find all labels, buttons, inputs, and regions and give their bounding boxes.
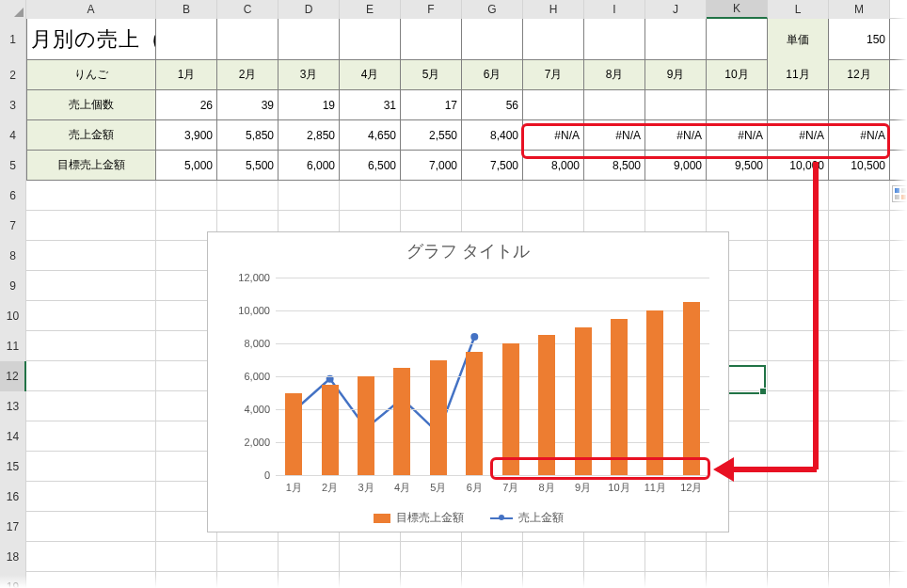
target-5[interactable]: 7,000	[401, 151, 462, 180]
units-4[interactable]: 31	[340, 90, 401, 119]
col-header-L[interactable]: L	[768, 0, 829, 19]
row-header-10[interactable]: 10	[0, 301, 26, 331]
row-header-1[interactable]: 1	[0, 19, 26, 60]
row-header-17[interactable]: 17	[0, 512, 26, 542]
col-header-B[interactable]: B	[156, 0, 217, 19]
month-header-1[interactable]: 1月	[156, 60, 217, 89]
cell-D1[interactable]	[278, 19, 340, 60]
quick-analysis-icon[interactable]	[892, 185, 907, 202]
row-header-12[interactable]: 12	[0, 361, 26, 391]
cell-A6[interactable]	[26, 181, 156, 210]
target-8[interactable]: 8,500	[584, 151, 645, 180]
row-header-4[interactable]: 4	[0, 120, 26, 151]
product-header[interactable]: りんご	[26, 60, 156, 89]
cell-E1[interactable]	[340, 19, 401, 60]
units-11[interactable]	[768, 90, 829, 119]
units-label[interactable]: 売上個数	[26, 90, 156, 119]
col-header-H[interactable]: H	[523, 0, 584, 19]
row-header-15[interactable]: 15	[0, 452, 26, 482]
target-2[interactable]: 5,500	[217, 151, 278, 180]
unitprice-value[interactable]: 150	[829, 19, 890, 60]
units-6[interactable]: 56	[462, 90, 523, 119]
sales-4[interactable]: 4,650	[340, 120, 401, 150]
sales-9[interactable]: #N/A	[645, 120, 707, 150]
row-header-11[interactable]: 11	[0, 331, 26, 361]
select-all-corner[interactable]	[0, 0, 26, 19]
sales-12[interactable]: #N/A	[829, 120, 890, 150]
target-6[interactable]: 7,500	[462, 151, 523, 180]
cell-B1[interactable]	[156, 19, 217, 60]
row-header-8[interactable]: 8	[0, 241, 26, 271]
units-9[interactable]	[645, 90, 707, 119]
units-12[interactable]	[829, 90, 890, 119]
row-header-18[interactable]: 18	[0, 542, 26, 572]
col-header-M[interactable]: M	[829, 0, 890, 19]
row-header-5[interactable]: 5	[0, 151, 26, 181]
sales-5[interactable]: 2,550	[401, 120, 462, 150]
col-header-F[interactable]: F	[401, 0, 462, 19]
sales-6[interactable]: 8,400	[462, 120, 523, 150]
target-label[interactable]: 目標売上金額	[26, 151, 156, 180]
month-header-10[interactable]: 10月	[707, 60, 768, 89]
col-header-D[interactable]: D	[278, 0, 340, 19]
units-5[interactable]: 17	[401, 90, 462, 119]
row-header-9[interactable]: 9	[0, 271, 26, 301]
target-4[interactable]: 6,500	[340, 151, 401, 180]
sales-2[interactable]: 5,850	[217, 120, 278, 150]
target-3[interactable]: 6,000	[278, 151, 340, 180]
cell-I1[interactable]	[584, 19, 645, 60]
sales-8[interactable]: #N/A	[584, 120, 645, 150]
title-cell[interactable]: 月別の売上（個数）	[26, 19, 156, 60]
units-10[interactable]	[707, 90, 768, 119]
sales-10[interactable]: #N/A	[707, 120, 768, 150]
target-9[interactable]: 9,000	[645, 151, 707, 180]
month-header-12[interactable]: 12月	[829, 60, 890, 89]
col-header-G[interactable]: G	[462, 0, 523, 19]
col-header-J[interactable]: J	[645, 0, 707, 19]
row-header-2[interactable]: 2	[0, 60, 26, 90]
units-2[interactable]: 39	[217, 90, 278, 119]
target-1[interactable]: 5,000	[156, 151, 217, 180]
month-header-2[interactable]: 2月	[217, 60, 278, 89]
month-header-5[interactable]: 5月	[401, 60, 462, 89]
sales-3[interactable]: 2,850	[278, 120, 340, 150]
sales-1[interactable]: 3,900	[156, 120, 217, 150]
target-7[interactable]: 8,000	[523, 151, 584, 180]
month-header-9[interactable]: 9月	[645, 60, 707, 89]
unitprice-label[interactable]: 単価	[768, 19, 829, 60]
col-header-E[interactable]: E	[340, 0, 401, 19]
row-header-7[interactable]: 7	[0, 211, 26, 241]
target-10[interactable]: 9,500	[707, 151, 768, 180]
units-1[interactable]: 26	[156, 90, 217, 119]
col-header-A[interactable]: A	[26, 0, 156, 19]
month-header-7[interactable]: 7月	[523, 60, 584, 89]
chart-object[interactable]: グラフ タイトル 02,0004,0006,0008,00010,00012,0…	[207, 231, 729, 532]
cell-F1[interactable]	[401, 19, 462, 60]
target-11[interactable]: 10,000	[768, 151, 829, 180]
row-header-14[interactable]: 14	[0, 421, 26, 452]
col-header-I[interactable]: I	[584, 0, 645, 19]
month-header-11[interactable]: 11月	[768, 60, 829, 89]
cell-C1[interactable]	[217, 19, 278, 60]
sales-11[interactable]: #N/A	[768, 120, 829, 150]
cell-H1[interactable]	[523, 19, 584, 60]
row-header-16[interactable]: 16	[0, 482, 26, 512]
row-header-19[interactable]: 19	[0, 572, 26, 588]
month-header-4[interactable]: 4月	[340, 60, 401, 89]
row-header-3[interactable]: 3	[0, 90, 26, 120]
cell-J1[interactable]	[645, 19, 707, 60]
month-header-8[interactable]: 8月	[584, 60, 645, 89]
col-header-C[interactable]: C	[217, 0, 278, 19]
row-header-6[interactable]: 6	[0, 181, 26, 211]
target-12[interactable]: 10,500	[829, 151, 890, 180]
units-3[interactable]: 19	[278, 90, 340, 119]
row-header-13[interactable]: 13	[0, 391, 26, 421]
units-7[interactable]	[523, 90, 584, 119]
col-header-K[interactable]: K	[707, 0, 768, 19]
cell-G1[interactable]	[462, 19, 523, 60]
month-header-3[interactable]: 3月	[278, 60, 340, 89]
month-header-6[interactable]: 6月	[462, 60, 523, 89]
sales-label[interactable]: 売上金額	[26, 120, 156, 150]
sales-7[interactable]: #N/A	[523, 120, 584, 150]
spreadsheet[interactable]: A B C D E F G H I J K L M 1 月別の売上（個数） 単価…	[0, 0, 907, 588]
